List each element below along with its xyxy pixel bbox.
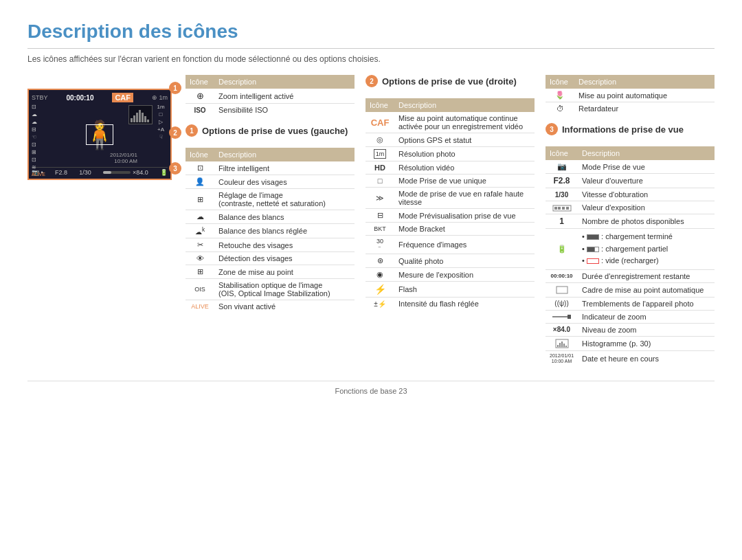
right-table: Icône Description 📷 Mode Prise de vue F2… — [546, 146, 715, 367]
svg-rect-10 — [562, 207, 565, 210]
icon-couleur: 👤 — [190, 177, 210, 186]
icon-ois: OIS — [190, 286, 210, 293]
desc-retardateur: Retardateur — [574, 102, 715, 115]
icon-focus-frame — [550, 285, 574, 295]
page-title: Description des icônes — [27, 21, 715, 49]
desc-exposure: Valeur d'exposition — [578, 201, 715, 214]
badge-3: 3 — [169, 162, 181, 175]
icon-autofocus: 🌷 — [550, 91, 570, 100]
left-column: Icône Description ⊕ Zoom intelligent act… — [186, 75, 355, 367]
icon-shutter: 1/30 — [550, 191, 574, 199]
desc-resolution-photo: Résolution photo — [394, 147, 535, 161]
icon-retouche: ✂ — [190, 240, 210, 249]
camera-left-icons: ⊡ ☁ ☁ ⊟ ☜ ⊡ ⊞ ⊡ ≋ ALIVE — [32, 104, 45, 166]
left-icon-header: Icône — [186, 148, 214, 161]
right-column: Icône Description 🌷 Mise au point automa… — [546, 75, 715, 367]
icon-exposure — [550, 203, 574, 212]
section-1-badge: 1 — [186, 124, 198, 137]
right-desc-header-top: Description — [574, 75, 715, 89]
icon-reglage: ⊞ — [190, 195, 210, 204]
desc-autofocus: Mise au point automatique — [574, 89, 715, 102]
desc-zone: Zone de mise au point — [214, 265, 355, 279]
desc-flash: Flash — [394, 282, 535, 298]
table-row: OIS Stabilisation optique de l'image(OIS… — [186, 279, 355, 300]
svg-rect-4 — [142, 113, 144, 122]
desc-son: Son vivant activé — [214, 300, 355, 313]
middle-column: 2 Options de prise de vue (droite) Icône… — [366, 75, 535, 367]
section-2-label: Options de prise de vue (droite) — [382, 76, 517, 87]
desc-filtre: Filtre intelligent — [214, 161, 355, 175]
desc-mode-prise: Mode Prise de vue — [578, 160, 715, 174]
table-row: Histogramme (p. 30) — [546, 336, 715, 350]
table-row: ALIVE Son vivant activé — [186, 300, 355, 313]
camera-date: 2012/01/01 10:00 AM — [110, 152, 137, 164]
table-row: ☁ Balance des blancs — [186, 210, 355, 224]
desc-detection: Détection des visages — [214, 252, 355, 265]
desc-datetime: Date et heure en cours — [578, 350, 715, 366]
table-row: ×84.0 Niveau de zoom — [546, 323, 715, 336]
icon-rafale: ≫ — [370, 194, 390, 203]
table-row: ⊕ Zoom intelligent activé — [186, 89, 355, 104]
table-row: 1/30 Vitesse d'obturation — [546, 188, 715, 201]
camera-caf-label: CAF — [112, 93, 133, 102]
camera-center: 🧍 2012/01/01 — [45, 104, 154, 166]
camera-shutter: 1/30 — [79, 169, 91, 176]
table-row: ◉ Mesure de l'exposition — [366, 268, 535, 282]
svg-rect-2 — [136, 113, 138, 122]
svg-rect-12 — [556, 287, 567, 293]
icon-retardateur: ⏱ — [550, 104, 570, 113]
svg-rect-6 — [147, 120, 149, 122]
icon-aperture: F2.8 — [550, 176, 574, 186]
icon-duration: 00:00:10 — [550, 273, 574, 279]
desc-qualite: Qualité photo — [394, 254, 535, 268]
svg-rect-20 — [565, 346, 567, 347]
icon-iso: ISO — [190, 107, 210, 114]
desc-zoom-smart: Zoom intelligent activé — [214, 89, 355, 104]
right-top-table: Icône Description 🌷 Mise au point automa… — [546, 75, 715, 115]
table-row: 🌷 Mise au point automatique — [546, 89, 715, 102]
camera-aperture: F2.8 — [55, 169, 67, 176]
svg-rect-9 — [558, 207, 561, 210]
desc-shutter: Vitesse d'obturation — [578, 188, 715, 201]
section-2-title: 2 Options de prise de vue (droite) — [366, 75, 535, 87]
desc-aperture: Valeur d'ouverture — [578, 174, 715, 188]
table-row: 👁 Détection des visages — [186, 252, 355, 265]
mid-icon-header: Icône — [366, 98, 394, 112]
camera-battery: 🔋 — [160, 169, 168, 176]
right-icon-header-top: Icône — [546, 75, 574, 89]
svg-rect-19 — [563, 344, 565, 347]
footer-text: Fonctions de base 23 — [335, 387, 407, 395]
page-footer: Fonctions de base 23 — [27, 381, 715, 395]
camera-zoom: ×84.0 — [133, 169, 148, 176]
camera-stby: STBY — [32, 94, 48, 101]
icon-flash: ⚡ — [370, 284, 390, 295]
icon-zoom-indicator — [550, 313, 574, 320]
icon-histogram — [550, 339, 574, 348]
icon-qualite: ⊛ — [370, 256, 390, 265]
mid-desc-header: Description — [394, 98, 535, 112]
icon-previsualisation: ⊟ — [370, 211, 390, 220]
desc-iso: Sensibilité ISO — [214, 104, 355, 117]
table-row: ⊟ Mode Prévisualisation prise de vue — [366, 209, 535, 223]
svg-rect-16 — [557, 345, 559, 347]
table-row: ✂ Retouche des visages — [186, 238, 355, 252]
section-1-title: 1 Options de prise de vues (gauche) — [186, 124, 355, 137]
table-row: ⊛ Qualité photo — [366, 254, 535, 268]
table-row: 30⁻ Fréquence d'images — [366, 236, 535, 254]
icon-caf: CAF — [370, 117, 390, 128]
right-desc-header: Description — [578, 146, 715, 160]
icon-filtre: ⊡ — [190, 164, 210, 172]
icon-photos-dispo: 1 — [550, 216, 574, 226]
table-row: ≫ Mode de prise de vue en rafale haute v… — [366, 188, 535, 209]
desc-bracket: Mode Bracket — [394, 223, 535, 236]
svg-rect-17 — [559, 343, 561, 347]
desc-couleur: Couleur des visages — [214, 175, 355, 189]
svg-rect-8 — [554, 207, 557, 210]
table-row: 1m Résolution photo — [366, 147, 535, 161]
desc-frequence: Fréquence d'images — [394, 236, 535, 254]
icon-datetime: 2012/01/0110:00 AM — [550, 353, 574, 365]
icon-bracket: BKT — [370, 225, 390, 232]
desc-balance: Balance des blancs — [214, 210, 355, 224]
desc-flash-intensite: Intensité du flash réglée — [394, 298, 535, 311]
table-row: Indicateur de zoom — [546, 310, 715, 323]
